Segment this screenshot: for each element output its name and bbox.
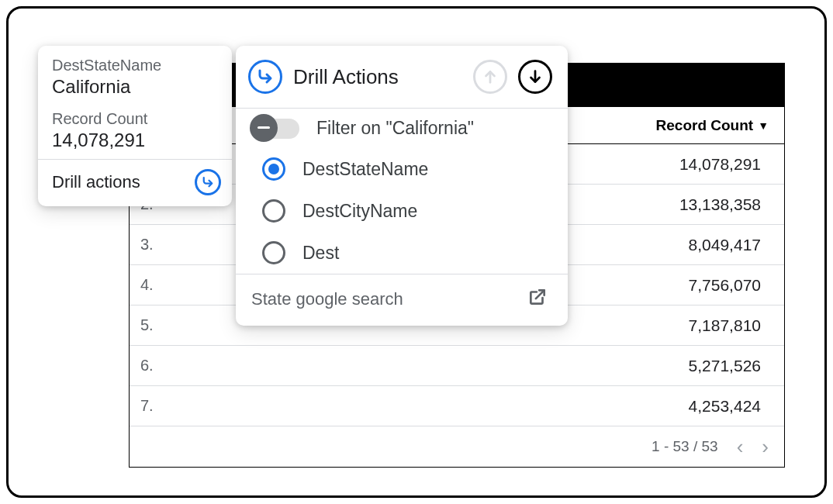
drill-icon	[195, 169, 221, 195]
radio-icon	[262, 157, 285, 181]
drill-actions-panel: Drill Actions Filter on "California" Des…	[236, 46, 568, 326]
drill-up-button[interactable]	[473, 60, 507, 94]
row-index: 3.	[130, 236, 182, 254]
filter-toggle-row[interactable]: Filter on "California"	[236, 109, 568, 148]
drill-field-label: Dest	[302, 243, 552, 264]
sort-descending-icon: ▼	[758, 119, 769, 132]
row-index: 6.	[130, 357, 182, 375]
row-index: 7.	[130, 397, 182, 415]
table-footer: 1 - 53 / 53 ‹ ›	[130, 426, 784, 467]
app-frame: Record Count ▼ 1.14,078,2912.13,138,3583…	[6, 6, 827, 498]
external-search-label: State google search	[251, 289, 518, 309]
tooltip-metric-label: Record Count	[52, 110, 218, 128]
datapoint-tooltip: DestStateName California Record Count 14…	[38, 46, 232, 206]
row-index: 4.	[130, 276, 182, 294]
tooltip-field-value: California	[52, 76, 218, 98]
row-value: 4,253,424	[182, 397, 784, 416]
filter-toggle[interactable]	[251, 119, 299, 139]
radio-icon	[262, 241, 285, 264]
radio-icon	[262, 199, 285, 223]
drill-field-label: DestCityName	[302, 201, 552, 222]
drill-field-option[interactable]: Dest	[236, 232, 568, 274]
column-header-label: Record Count	[656, 117, 754, 134]
drill-panel-title: Drill Actions	[293, 65, 462, 89]
row-value: 5,271,526	[182, 357, 784, 375]
filter-toggle-label: Filter on "California"	[316, 118, 552, 139]
page-next-button[interactable]: ›	[762, 437, 769, 457]
tooltip-metric-value: 14,078,291	[52, 129, 218, 151]
tooltip-field-label: DestStateName	[52, 57, 218, 74]
external-search-row[interactable]: State google search	[236, 274, 568, 326]
drill-icon	[248, 60, 282, 94]
drill-down-button[interactable]	[518, 60, 552, 94]
drill-field-option[interactable]: DestStateName	[236, 148, 568, 190]
drill-actions-button[interactable]: Drill actions	[38, 160, 232, 206]
table-row[interactable]: 6.5,271,526	[130, 346, 784, 386]
drill-actions-label: Drill actions	[52, 172, 140, 192]
table-row[interactable]: 7.4,253,424	[130, 386, 784, 426]
open-external-icon	[527, 287, 548, 312]
drill-field-label: DestStateName	[302, 159, 552, 180]
drill-field-option[interactable]: DestCityName	[236, 190, 568, 232]
row-index: 5.	[130, 316, 182, 334]
pagination-label: 1 - 53 / 53	[652, 438, 718, 455]
minus-icon	[250, 114, 278, 142]
page-prev-button[interactable]: ‹	[737, 437, 744, 457]
